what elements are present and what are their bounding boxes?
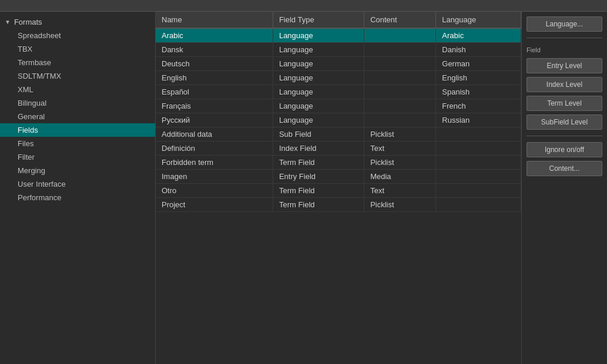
cell-content: Picklist bbox=[364, 156, 436, 170]
cell-content: Picklist bbox=[364, 198, 436, 212]
cell-field_type: Language bbox=[273, 113, 364, 127]
sidebar-item-tbx[interactable]: TBX bbox=[0, 42, 155, 56]
cell-name: Français bbox=[156, 99, 273, 113]
cell-content bbox=[364, 85, 436, 99]
cell-name: Arabic bbox=[156, 28, 273, 43]
field-section-label: Field bbox=[526, 46, 602, 53]
cell-field_type: Language bbox=[273, 99, 364, 113]
sidebar-group-label: Formats bbox=[14, 18, 42, 26]
cell-field_type: Language bbox=[273, 71, 364, 85]
cell-name: English bbox=[156, 71, 273, 85]
cell-content: Text bbox=[364, 184, 436, 198]
content-area: NameField TypeContentLanguage ArabicLang… bbox=[156, 12, 607, 364]
cell-name: Definición bbox=[156, 141, 273, 156]
cell-language: English bbox=[436, 71, 521, 85]
cell-field_type: Language bbox=[273, 85, 364, 99]
divider-1 bbox=[526, 38, 602, 38]
cell-content bbox=[364, 71, 436, 85]
col-header-name: Name bbox=[156, 12, 273, 28]
table-row[interactable]: OtroTerm FieldText bbox=[156, 184, 521, 198]
entry-level-button[interactable]: Entry Level bbox=[526, 58, 602, 73]
cell-language bbox=[436, 156, 521, 170]
cell-language bbox=[436, 141, 521, 156]
table-row[interactable]: EnglishLanguageEnglish bbox=[156, 71, 521, 85]
sidebar-item-merging[interactable]: Merging bbox=[0, 164, 155, 177]
cell-field_type: Language bbox=[273, 43, 364, 57]
cell-name: Русский bbox=[156, 113, 273, 127]
cell-content bbox=[364, 43, 436, 57]
cell-name: Dansk bbox=[156, 43, 273, 57]
term-level-button[interactable]: Term Level bbox=[526, 96, 602, 111]
sidebar-item-performance[interactable]: Performance bbox=[0, 191, 155, 204]
cell-language: Russian bbox=[436, 113, 521, 127]
table-row[interactable]: Forbidden termTerm FieldPicklist bbox=[156, 156, 521, 170]
cell-field_type: Term Field bbox=[273, 184, 364, 198]
cell-field_type: Term Field bbox=[273, 156, 364, 170]
sidebar-item-files[interactable]: Files bbox=[0, 137, 155, 150]
table-row[interactable]: ArabicLanguageArabic bbox=[156, 28, 521, 43]
chevron-down-icon: ▼ bbox=[5, 19, 11, 25]
right-panel: Language... Field Entry Level Index Leve… bbox=[522, 12, 607, 364]
col-header-language: Language bbox=[436, 12, 521, 28]
cell-content: Media bbox=[364, 170, 436, 184]
cell-content: Picklist bbox=[364, 127, 436, 141]
cell-field_type: Entry Field bbox=[273, 170, 364, 184]
divider-2 bbox=[526, 136, 602, 136]
sidebar-item-fields[interactable]: Fields bbox=[0, 123, 155, 137]
table-row[interactable]: ImagenEntry FieldMedia bbox=[156, 170, 521, 184]
table-row[interactable]: Additional dataSub FieldPicklist bbox=[156, 127, 521, 141]
cell-language: French bbox=[436, 99, 521, 113]
sidebar-item-filter[interactable]: Filter bbox=[0, 150, 155, 164]
cell-content bbox=[364, 57, 436, 71]
table-row[interactable]: ProjectTerm FieldPicklist bbox=[156, 198, 521, 212]
cell-field_type: Index Field bbox=[273, 141, 364, 156]
sidebar-item-sdltm/tmx[interactable]: SDLTM/TMX bbox=[0, 69, 155, 83]
cell-field_type: Language bbox=[273, 28, 364, 43]
table-header-row: NameField TypeContentLanguage bbox=[156, 12, 521, 28]
sidebar-item-spreadsheet[interactable]: Spreadsheet bbox=[0, 29, 155, 42]
table-row[interactable]: РусскийLanguageRussian bbox=[156, 113, 521, 127]
cell-language: Spanish bbox=[436, 85, 521, 99]
cell-language: Danish bbox=[436, 43, 521, 57]
sidebar-item-xml[interactable]: XML bbox=[0, 83, 155, 96]
index-level-button[interactable]: Index Level bbox=[526, 77, 602, 92]
content-button[interactable]: Content... bbox=[526, 161, 602, 176]
cell-name: Español bbox=[156, 85, 273, 99]
cell-name: Imagen bbox=[156, 170, 273, 184]
cell-language bbox=[436, 127, 521, 141]
table-row[interactable]: FrançaisLanguageFrench bbox=[156, 99, 521, 113]
table-body: ArabicLanguageArabicDanskLanguageDanishD… bbox=[156, 28, 521, 212]
subfield-level-button[interactable]: SubField Level bbox=[526, 114, 602, 130]
table-row[interactable]: DeutschLanguageGerman bbox=[156, 57, 521, 71]
cell-name: Additional data bbox=[156, 127, 273, 141]
cell-name: Otro bbox=[156, 184, 273, 198]
ignore-button[interactable]: Ignore on/off bbox=[526, 142, 602, 157]
cell-content bbox=[364, 99, 436, 113]
sidebar-item-bilingual[interactable]: Bilingual bbox=[0, 96, 155, 110]
table-wrapper: NameField TypeContentLanguage ArabicLang… bbox=[156, 12, 522, 364]
cell-content: Text bbox=[364, 141, 436, 156]
sidebar-item-user-interface[interactable]: User Interface bbox=[0, 177, 155, 191]
cell-content bbox=[364, 28, 436, 43]
fields-table: NameField TypeContentLanguage ArabicLang… bbox=[156, 12, 521, 212]
cell-field_type: Language bbox=[273, 57, 364, 71]
language-button[interactable]: Language... bbox=[526, 16, 602, 32]
cell-content bbox=[364, 113, 436, 127]
cell-language bbox=[436, 170, 521, 184]
top-bar bbox=[0, 0, 607, 12]
col-header-field-type: Field Type bbox=[273, 12, 364, 28]
sidebar-item-termbase[interactable]: Termbase bbox=[0, 56, 155, 69]
cell-language: German bbox=[436, 57, 521, 71]
cell-language bbox=[436, 198, 521, 212]
sidebar: ▼ Formats SpreadsheetTBXTermbaseSDLTM/TM… bbox=[0, 12, 156, 364]
table-row[interactable]: EspañolLanguageSpanish bbox=[156, 85, 521, 99]
table-row[interactable]: DefiniciónIndex FieldText bbox=[156, 141, 521, 156]
main-area: ▼ Formats SpreadsheetTBXTermbaseSDLTM/TM… bbox=[0, 12, 607, 364]
sidebar-item-general[interactable]: General bbox=[0, 110, 155, 123]
cell-language: Arabic bbox=[436, 28, 521, 43]
cell-language bbox=[436, 184, 521, 198]
table-row[interactable]: DanskLanguageDanish bbox=[156, 43, 521, 57]
cell-name: Deutsch bbox=[156, 57, 273, 71]
sidebar-group-formats[interactable]: ▼ Formats bbox=[0, 15, 155, 29]
col-header-content: Content bbox=[364, 12, 436, 28]
